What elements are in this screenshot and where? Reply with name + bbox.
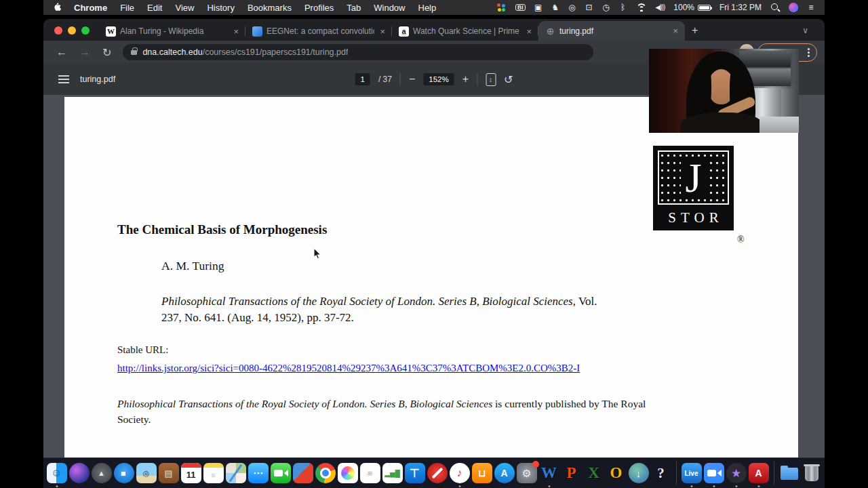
notification-center-icon[interactable]: ≡ <box>807 2 815 13</box>
excel-dock-icon[interactable]: X <box>584 463 604 483</box>
pdf-menu-icon[interactable] <box>58 75 69 83</box>
imovie-dock-icon[interactable]: ★ <box>726 463 747 483</box>
menu-profiles[interactable]: Profiles <box>304 3 334 13</box>
zoom-in-button[interactable]: + <box>462 73 469 85</box>
dock-separator <box>676 462 677 485</box>
tab-turing-pdf[interactable]: ⊕ turing.pdf × <box>538 21 685 41</box>
close-tab-icon[interactable]: × <box>378 26 387 37</box>
siri-icon[interactable] <box>789 3 798 12</box>
bluetooth-icon[interactable]: ᛒ <box>619 2 627 13</box>
volume-icon[interactable]: ◀))) <box>656 2 665 13</box>
siri-app-dock-icon[interactable] <box>69 463 90 483</box>
safari-dock-icon[interactable]: ◆ <box>114 463 134 483</box>
word-dock-icon[interactable]: W <box>539 463 559 483</box>
webcam-video-overlay[interactable] <box>649 49 799 133</box>
globe-app-dock-icon[interactable]: ↓ <box>629 463 649 483</box>
back-button[interactable]: ← <box>56 46 67 58</box>
notification-badge <box>532 461 539 468</box>
vmware-dock-icon[interactable] <box>293 463 313 483</box>
binoculars-icon[interactable]: ◎ <box>568 2 576 13</box>
keynote-dock-icon[interactable]: ⊤ <box>405 463 425 483</box>
live-app-dock-icon[interactable]: Live <box>682 463 702 483</box>
apple-menu-icon[interactable] <box>53 2 61 14</box>
menu-chrome[interactable]: Chrome <box>74 3 107 13</box>
menu-help[interactable]: Help <box>418 3 437 13</box>
battery-icon[interactable]: 100% <box>673 2 711 13</box>
tab-wikipedia[interactable]: W Alan Turing - Wikipedia × <box>99 22 245 41</box>
screen-share-icon[interactable]: ▣ <box>534 2 542 13</box>
tab-title: Alan Turing - Wikipedia <box>120 26 228 36</box>
menu-bookmarks[interactable]: Bookmarks <box>248 3 292 13</box>
outlook-dock-icon[interactable]: O <box>606 463 627 483</box>
forward-button[interactable]: → <box>79 46 90 58</box>
close-tab-icon[interactable]: × <box>232 26 240 37</box>
browser-menu-icon[interactable] <box>808 52 810 54</box>
numbers-dock-icon[interactable]: ▂▅█ <box>382 463 403 483</box>
restricted-app-dock-icon[interactable] <box>427 463 448 483</box>
citation-tail: , Vol. <box>573 295 597 308</box>
address-bar[interactable]: dna.caltech.edu/courses/cs191/paperscs19… <box>123 44 593 60</box>
close-tab-icon[interactable]: × <box>525 26 533 37</box>
launchpad-dock-icon[interactable]: ▲ <box>92 463 112 483</box>
trash-dock-icon[interactable] <box>802 463 822 483</box>
publisher-note: Philosophical Transactions of the Royal … <box>117 396 748 427</box>
colorful-app-icon[interactable] <box>497 3 507 12</box>
contacts-dock-icon[interactable]: ▤ <box>159 463 179 483</box>
pdf-viewport[interactable]: The Chemical Basis of Morphogenesis A. M… <box>43 95 825 458</box>
page-number-input[interactable]: 1 <box>355 73 370 85</box>
time-machine-icon[interactable]: ◷ <box>602 2 610 13</box>
powerpoint-dock-icon[interactable]: P <box>561 463 582 483</box>
chrome-app-dock-icon[interactable] <box>315 463 336 483</box>
system-preferences-dock-icon[interactable]: ⚙ <box>517 463 537 483</box>
clock-icon[interactable]: Fri 1:32 PM <box>719 2 762 13</box>
document-favicon <box>252 26 262 37</box>
app-store-dock-icon[interactable]: A <box>494 463 515 483</box>
menu-window[interactable]: Window <box>374 3 405 13</box>
reload-button[interactable]: ↻ <box>102 46 111 59</box>
spotlight-icon[interactable] <box>770 3 780 12</box>
photos-dock-icon[interactable] <box>338 463 358 483</box>
pdf-filename: turing.pdf <box>80 75 115 84</box>
textedit-dock-icon[interactable]: ≡ <box>360 463 380 483</box>
zoom-level-value[interactable]: 152% <box>423 73 454 85</box>
calendar-dock-icon[interactable]: 11 <box>181 463 201 483</box>
menu-edit[interactable]: Edit <box>147 3 162 13</box>
url-text: dna.caltech.edu/courses/cs191/paperscs19… <box>142 47 348 57</box>
running-indicator <box>735 485 737 487</box>
menu-file[interactable]: File <box>120 3 134 13</box>
maps-dock-icon[interactable] <box>226 463 246 483</box>
fullscreen-window-button[interactable] <box>81 26 90 35</box>
finder-dock-icon[interactable]: ☺ <box>47 463 67 483</box>
bi-app-icon[interactable]: BI <box>515 2 526 13</box>
rotate-page-button[interactable]: ↺ <box>504 73 513 86</box>
running-indicator <box>548 485 550 487</box>
wifi-icon[interactable] <box>636 3 647 12</box>
url-path: /courses/cs191/paperscs191/turing.pdf <box>203 47 349 57</box>
acrobat-dock-icon[interactable]: A <box>749 463 769 483</box>
preview-dock-icon[interactable]: ◎ <box>136 463 157 483</box>
menu-view[interactable]: View <box>175 3 194 13</box>
menu-history[interactable]: History <box>207 3 234 13</box>
messages-dock-icon[interactable]: ⋯ <box>248 463 269 483</box>
help-dock-icon[interactable]: ? <box>651 463 671 483</box>
fit-to-page-button[interactable]: ↕ <box>486 73 496 86</box>
tab-overflow-chevron-icon[interactable]: ∨ <box>802 26 808 35</box>
evernote-icon[interactable]: ♞ <box>551 2 559 13</box>
tab-prime-video[interactable]: a Watch Quark Science | Prime V × <box>392 22 538 41</box>
stable-url-link[interactable]: http://links.jstor.org/sici?sici=0080-46… <box>117 363 580 374</box>
books-dock-icon[interactable]: ⊔ <box>472 463 492 483</box>
lock-icon[interactable] <box>131 50 137 55</box>
minimize-window-button[interactable] <box>68 26 76 35</box>
airplay-display-icon[interactable]: ⊡ <box>585 2 593 13</box>
close-tab-icon[interactable]: × <box>671 26 679 36</box>
zoom-out-button[interactable]: − <box>409 73 415 85</box>
notes-dock-icon[interactable]: ≡ <box>203 463 224 483</box>
downloads-dock-icon[interactable] <box>779 463 800 483</box>
tab-eegnet[interactable]: EEGNet: a compact convolutio × <box>245 22 392 41</box>
new-tab-button[interactable]: + <box>692 24 698 37</box>
itunes-dock-icon[interactable]: ♪ <box>450 463 470 483</box>
facetime-dock-icon[interactable] <box>271 463 291 483</box>
menu-tab[interactable]: Tab <box>347 3 361 13</box>
close-window-button[interactable] <box>54 26 62 35</box>
zoom-app-dock-icon[interactable] <box>704 463 724 483</box>
